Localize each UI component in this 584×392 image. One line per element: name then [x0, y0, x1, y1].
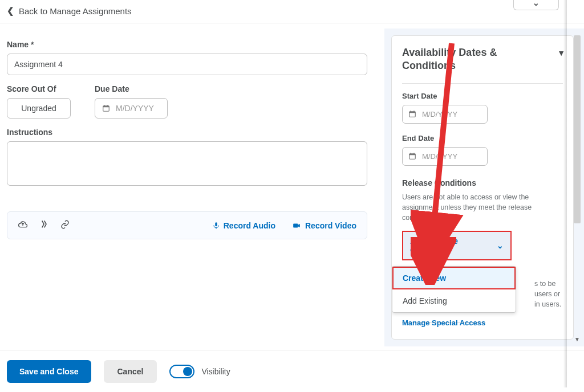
svg-rect-2	[104, 105, 105, 107]
upload-icon[interactable]	[18, 220, 28, 231]
end-date-input[interactable]: M/D/YYYY	[402, 147, 488, 166]
save-and-close-button[interactable]: Save and Close	[7, 360, 91, 383]
svg-rect-5	[293, 223, 298, 227]
score-input[interactable]: Ungraded	[7, 98, 71, 119]
cancel-button[interactable]: Cancel	[104, 360, 157, 383]
svg-rect-3	[107, 105, 108, 107]
start-date-input[interactable]: M/D/YYYY	[402, 105, 488, 124]
top-dropdown[interactable]: ⌄	[513, 0, 559, 10]
add-release-condition-button[interactable]: Add Release Condition ⌄	[402, 231, 512, 260]
svg-rect-1	[103, 106, 110, 107]
instructions-label: Instructions	[7, 128, 372, 137]
due-date-input[interactable]: M/D/YYYY	[95, 98, 168, 119]
svg-rect-12	[411, 153, 411, 154]
quicklink-icon[interactable]	[39, 220, 48, 231]
svg-rect-4	[215, 222, 217, 226]
video-icon	[291, 222, 302, 230]
link-icon[interactable]	[60, 220, 70, 231]
instructions-input[interactable]	[7, 141, 367, 186]
scroll-down-icon[interactable]: ▼	[573, 336, 581, 344]
visibility-toggle[interactable]	[169, 365, 194, 378]
calendar-icon	[102, 104, 110, 112]
chevron-down-icon: ⌄	[533, 0, 540, 7]
manage-special-access-link[interactable]: Manage Special Access	[402, 318, 485, 327]
shadow-decoration	[563, 0, 567, 387]
svg-rect-7	[409, 112, 416, 113]
scrollbar[interactable]	[574, 35, 581, 223]
start-date-label: Start Date	[402, 92, 563, 100]
due-date-label: Due Date	[95, 84, 168, 93]
svg-rect-8	[411, 111, 411, 112]
partially-hidden-text: s to be users or in users.	[534, 279, 564, 309]
name-input[interactable]	[7, 54, 367, 75]
end-date-label: End Date	[402, 134, 563, 142]
divider	[402, 83, 563, 84]
record-audio-button[interactable]: Record Audio	[212, 221, 275, 230]
svg-rect-11	[409, 154, 416, 155]
visibility-label: Visibility	[201, 367, 230, 376]
add-existing-option[interactable]: Add Existing	[392, 289, 516, 312]
release-conditions-heading: Release Conditions	[402, 178, 563, 187]
calendar-icon	[408, 110, 416, 118]
name-label: Name *	[7, 40, 372, 49]
record-video-button[interactable]: Record Video	[291, 221, 356, 230]
chevron-left-icon: ❮	[7, 6, 14, 16]
score-label: Score Out Of	[7, 84, 71, 93]
release-help-text: Users are not able to access or view the…	[402, 192, 563, 223]
release-condition-dropdown: Create New Add Existing	[392, 266, 516, 313]
back-label: Back to Manage Assignments	[19, 6, 132, 16]
chevron-down-icon: ⌄	[497, 241, 504, 250]
calendar-icon	[408, 152, 416, 160]
microphone-icon	[212, 221, 220, 230]
svg-rect-13	[413, 153, 414, 154]
back-to-manage-link[interactable]: ❮ Back to Manage Assignments	[7, 6, 132, 16]
svg-rect-9	[413, 111, 414, 112]
create-new-option[interactable]: Create New	[392, 267, 516, 289]
availability-heading: Availability Dates & Conditions	[402, 46, 505, 73]
due-date-placeholder: M/D/YYYY	[116, 104, 154, 113]
